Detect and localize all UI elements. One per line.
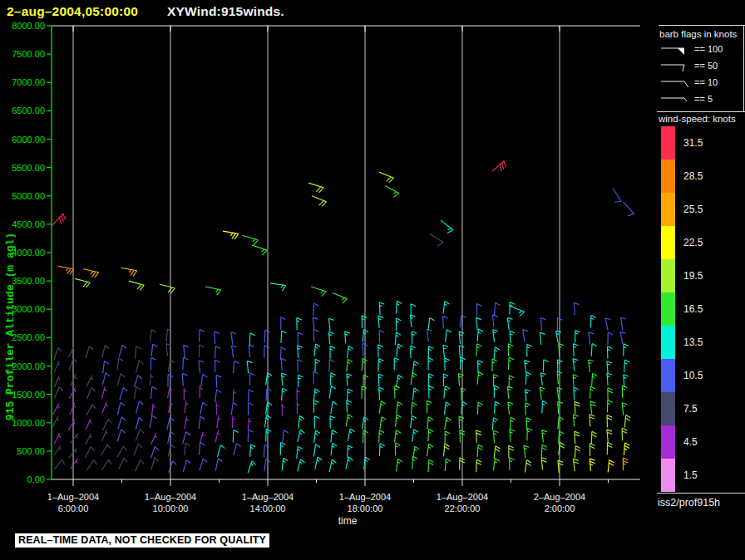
realtime-warning-banner: REAL–TIME DATA, NOT CHECKED FOR QUALITY (15, 533, 269, 548)
wind-barb (396, 415, 402, 427)
wind-barb (494, 386, 499, 398)
wind-barb (397, 344, 403, 356)
wind-barb (313, 445, 320, 457)
wind-barb (575, 446, 580, 459)
barb-legend-value: == 10 (694, 76, 718, 88)
wind-barb (445, 459, 451, 471)
wind-barb (150, 373, 153, 386)
wind-barb (459, 416, 464, 429)
wind-barb (328, 332, 333, 344)
x-tick-date: 1–Aug–2004 (242, 492, 294, 502)
wind-barb (281, 358, 286, 371)
wind-barb (429, 386, 434, 399)
wind-barb (313, 303, 319, 316)
colorbar-swatch (661, 160, 675, 193)
wind-barb (523, 330, 528, 342)
wind-barb (150, 386, 156, 399)
wind-barb (216, 403, 219, 415)
wind-barb (248, 430, 253, 442)
wind-barb (511, 417, 516, 430)
colorbar-swatch (661, 259, 675, 292)
wind-barb (331, 430, 337, 443)
wind-barb (264, 330, 269, 342)
wind-barb (308, 183, 323, 193)
wind-barb (348, 445, 353, 458)
wind-barb (331, 401, 338, 414)
wind-barb (589, 332, 594, 345)
wind-barb (573, 359, 578, 371)
wind-barb (444, 444, 450, 456)
x-tick-date: 1–Aug–2004 (437, 492, 488, 502)
y-tick-label: 6000.00 (12, 135, 45, 145)
wind-barb (298, 375, 303, 387)
wind-barb (217, 415, 221, 428)
wind-barb (83, 269, 99, 278)
wind-profiler-window: 1–Aug–20046:00:001–Aug–200410:00:001–Aug… (0, 0, 745, 560)
wind-barb (476, 430, 481, 443)
wind-barb (166, 329, 172, 341)
wind-barb (608, 460, 614, 473)
wind-barb (411, 372, 417, 385)
legend-separator-mid (657, 111, 745, 112)
colorbar-swatch (661, 126, 675, 160)
wind-barb (510, 430, 515, 442)
wind-barb (379, 387, 384, 400)
wind-barb (622, 428, 627, 440)
wind-barb (525, 460, 531, 473)
wind-barb (507, 317, 512, 330)
wind-barb (54, 376, 60, 387)
wind-barb (428, 429, 434, 441)
wind-barb (624, 202, 634, 215)
wind-barb (54, 348, 62, 360)
wind-barb (494, 446, 500, 459)
wind-barb (428, 317, 434, 330)
wind-barb (184, 345, 189, 357)
wind-barb (136, 417, 143, 430)
wind-barb (54, 433, 61, 444)
wind-barb (540, 318, 545, 331)
wind-barb (129, 281, 144, 290)
wind-barb (102, 373, 110, 386)
wind-barb (283, 430, 289, 443)
wind-barb (169, 461, 177, 473)
y-tick-label: 500.00 (17, 446, 45, 456)
wind-barb (394, 358, 399, 371)
wind-barb (54, 361, 60, 372)
barb-10-icon (659, 79, 691, 91)
wind-barb (298, 430, 305, 442)
wind-barb (427, 444, 434, 456)
wind-barb (589, 360, 594, 372)
wind-barb (102, 402, 108, 414)
wind-barb (427, 417, 433, 430)
wind-barb (168, 360, 175, 372)
wind-barb (314, 344, 320, 356)
wind-barb (183, 432, 190, 444)
wind-barb (152, 404, 155, 416)
wind-barb (233, 430, 238, 443)
wind-barb (101, 387, 106, 399)
wind-barb (199, 416, 205, 429)
wind-barb (201, 374, 208, 386)
wind-barb (281, 317, 286, 330)
wind-barb (542, 430, 547, 443)
wind-barb (58, 266, 74, 274)
wind-barb (223, 231, 239, 239)
wind-barb (282, 404, 284, 416)
wind-barb (160, 284, 175, 293)
wind-barb (540, 332, 545, 345)
colorbar-value: 22.5 (683, 226, 703, 259)
wind-barb (249, 373, 254, 386)
wind-barb (248, 418, 251, 430)
wind-barb (443, 302, 449, 314)
wind-barb (477, 445, 483, 457)
barb-5-icon (659, 96, 691, 107)
wind-barb (607, 430, 612, 442)
wind-barb (331, 443, 337, 455)
wind-barb (121, 268, 137, 276)
wind-barb (329, 459, 336, 472)
legend-separator-bottom (657, 493, 745, 494)
x-tick-date: 1–Aug–2004 (339, 492, 391, 502)
wind-barb (411, 415, 417, 428)
barb-legend-value: == 5 (694, 93, 713, 105)
wind-barb (607, 415, 612, 428)
